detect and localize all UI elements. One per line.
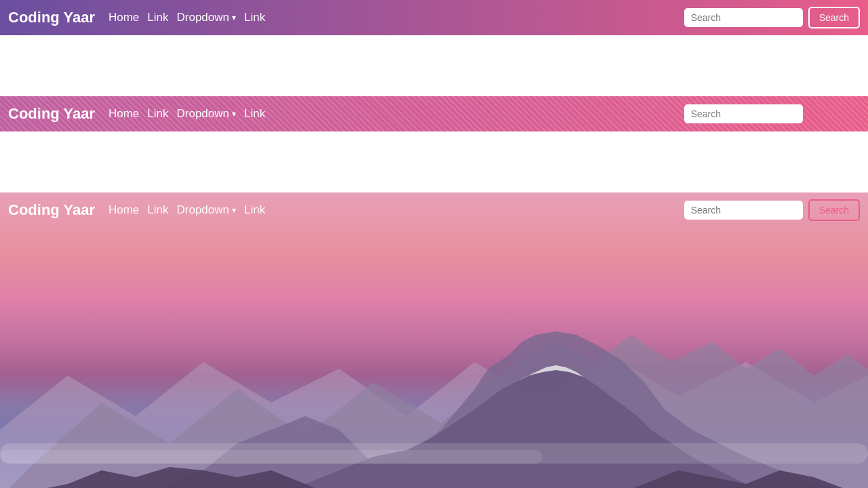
brand-1: Coding Yaar	[8, 9, 95, 26]
spacer-2	[0, 131, 868, 192]
search-button-3[interactable]: Search	[808, 199, 860, 221]
search-input-1[interactable]	[684, 8, 803, 27]
nav-dropdown-3[interactable]: Dropdown	[177, 203, 237, 217]
nav-dropdown-1[interactable]: Dropdown	[177, 11, 237, 24]
navbar-1: Coding Yaar Home Link Dropdown Link Sear…	[0, 0, 868, 35]
nav-home-3[interactable]: Home	[108, 203, 139, 217]
mountain-svg	[0, 253, 868, 488]
nav-link2-2[interactable]: Link	[244, 107, 265, 121]
nav-link2-3[interactable]: Link	[244, 203, 265, 217]
search-form-3: Search	[684, 199, 860, 221]
nav-links-2: Home Link Dropdown Link	[108, 107, 684, 121]
nav-home-1[interactable]: Home	[108, 11, 139, 24]
navbar-2: Coding Yaar Home Link Dropdown Link Sear…	[0, 96, 868, 131]
nav-links-3: Home Link Dropdown Link	[108, 203, 684, 217]
nav-home-2[interactable]: Home	[108, 107, 139, 121]
spacer-1	[0, 35, 868, 96]
svg-rect-8	[0, 450, 542, 464]
nav-dropdown-2[interactable]: Dropdown	[177, 107, 237, 121]
mountain-background	[0, 192, 868, 488]
navbar-3: Coding Yaar Home Link Dropdown Link Sear…	[0, 192, 868, 228]
nav-link1-1[interactable]: Link	[147, 11, 168, 24]
brand-3: Coding Yaar	[8, 201, 95, 219]
search-input-2[interactable]	[684, 104, 803, 123]
search-button-1[interactable]: Search	[808, 7, 860, 28]
hero-section: Coding Yaar Home Link Dropdown Link Sear…	[0, 192, 868, 488]
search-button-2[interactable]: Search	[808, 103, 860, 125]
brand-2: Coding Yaar	[8, 105, 95, 123]
nav-link1-2[interactable]: Link	[147, 107, 168, 121]
search-form-2: Search	[684, 103, 860, 125]
nav-links-1: Home Link Dropdown Link	[108, 11, 684, 24]
nav-link2-1[interactable]: Link	[244, 11, 265, 24]
search-form-1: Search	[684, 7, 860, 28]
search-input-3[interactable]	[684, 201, 803, 220]
nav-link1-3[interactable]: Link	[147, 203, 168, 217]
